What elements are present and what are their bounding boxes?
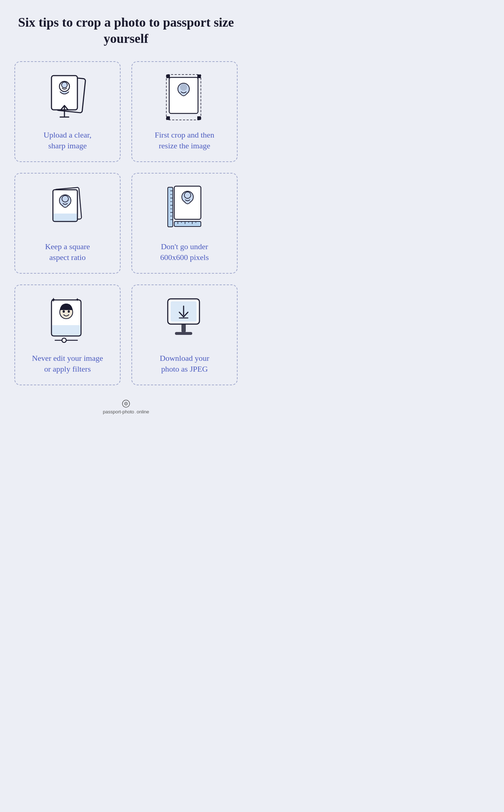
- svg-point-46: [68, 310, 70, 313]
- svg-rect-42: [51, 325, 81, 336]
- card-aspect-ratio: Keep a square aspect ratio: [14, 173, 121, 274]
- svg-point-45: [63, 310, 65, 313]
- upload-icon-area: [44, 69, 91, 123]
- footer: passport-photo . online: [103, 400, 149, 414]
- svg-rect-21: [168, 187, 173, 227]
- tips-grid: Upload a clear, sharp image: [14, 61, 238, 385]
- svg-rect-34: [174, 221, 201, 226]
- svg-point-3: [62, 82, 67, 88]
- card-no-edit: ✦ ✦ Never edit your image or apply filte…: [14, 284, 121, 385]
- download-icon: [161, 293, 208, 346]
- upload-label: Upload a clear, sharp image: [44, 130, 91, 151]
- card-upload: Upload a clear, sharp image: [14, 61, 121, 162]
- card-crop-resize: First crop and then resize the image: [131, 61, 238, 162]
- crop-resize-icon: [161, 70, 208, 122]
- aspect-ratio-icon: [44, 182, 91, 234]
- download-label: Download your photo as JPEG: [160, 353, 209, 374]
- aspect-ratio-label: Keep a square aspect ratio: [45, 241, 90, 263]
- svg-rect-56: [175, 332, 192, 335]
- brand-name: passport-photo: [103, 409, 134, 414]
- page-title: Six tips to crop a photo to passport siz…: [14, 14, 238, 47]
- crop-resize-label: First crop and then resize the image: [155, 130, 215, 151]
- brand-online: online: [137, 409, 149, 414]
- upload-icon: [44, 70, 91, 122]
- svg-rect-11: [166, 116, 170, 120]
- no-edit-label: Never edit your image or apply filters: [32, 353, 103, 374]
- svg-rect-9: [166, 75, 170, 78]
- svg-point-59: [126, 403, 127, 404]
- svg-text:✦: ✦: [75, 297, 80, 302]
- no-edit-icon: ✦ ✦: [44, 293, 91, 346]
- brand-icon: [122, 400, 130, 408]
- crop-resize-icon-area: [161, 69, 208, 123]
- svg-point-8: [180, 84, 187, 90]
- svg-rect-12: [197, 116, 201, 120]
- svg-rect-55: [181, 324, 186, 332]
- brand-sub: .: [135, 410, 136, 414]
- pixels-icon-area: [161, 181, 208, 235]
- pixels-label: Don't go under 600x600 pixels: [160, 241, 209, 263]
- card-download: Download your photo as JPEG: [131, 284, 238, 385]
- pixels-icon: [161, 182, 208, 234]
- aspect-ratio-icon-area: [44, 181, 91, 235]
- svg-rect-10: [197, 75, 201, 78]
- svg-point-50: [62, 338, 66, 342]
- no-edit-icon-area: ✦ ✦: [44, 292, 91, 346]
- svg-text:✦: ✦: [51, 296, 56, 304]
- download-icon-area: [161, 292, 208, 346]
- card-pixels: Don't go under 600x600 pixels: [131, 173, 238, 274]
- svg-rect-18: [53, 214, 77, 221]
